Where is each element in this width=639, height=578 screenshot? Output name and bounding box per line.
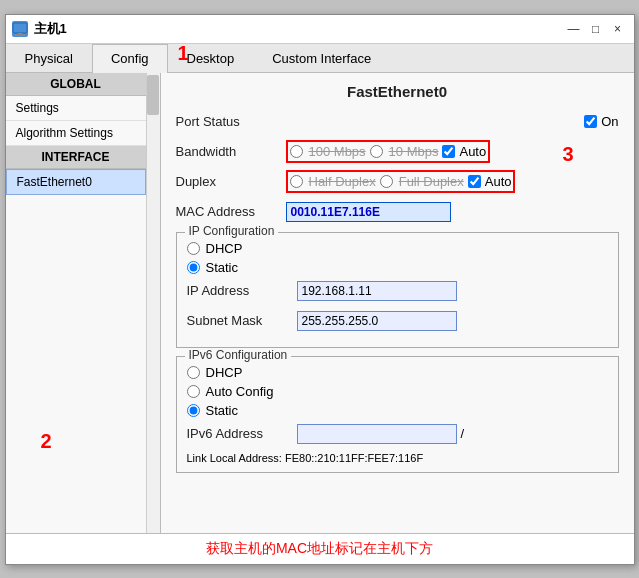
ip-dhcp-radio[interactable]	[187, 242, 200, 255]
annotation-3: 3	[562, 143, 573, 166]
bottom-bar: 获取主机的MAC地址标记在主机下方	[6, 533, 634, 564]
sidebar-item-algorithm[interactable]: Algorithm Settings	[6, 121, 146, 146]
ip-dhcp-option: DHCP	[187, 241, 608, 256]
global-section-header: GLOBAL	[6, 73, 146, 96]
port-status-checkbox[interactable]	[584, 115, 597, 128]
svg-rect-0	[13, 23, 27, 33]
mac-input[interactable]	[286, 202, 451, 222]
sidebar: GLOBAL Settings Algorithm Settings INTER…	[6, 73, 161, 533]
port-status-on-label: On	[601, 114, 618, 129]
ipv6-static-radio[interactable]	[187, 404, 200, 417]
scrollbar-thumb	[147, 75, 159, 115]
subnet-row: Subnet Mask	[187, 309, 608, 333]
ipv6-addr-input[interactable]	[297, 424, 457, 444]
ipv6-dhcp-option: DHCP	[187, 365, 608, 380]
annotation-1: 1	[178, 42, 189, 65]
port-status-checkbox-row: On	[584, 114, 618, 129]
ip-static-option: Static	[187, 260, 608, 275]
svg-rect-1	[15, 34, 25, 36]
minimize-button[interactable]: —	[564, 19, 584, 39]
ip-config-group: IP Configuration DHCP Static IP Address	[176, 232, 619, 348]
ipv6-addr-value: /	[297, 424, 608, 444]
bottom-text: 获取主机的MAC地址标记在主机下方	[206, 540, 433, 556]
interface-section-header: INTERFACE	[6, 146, 146, 169]
bandwidth-options-box: 100 Mbps 10 Mbps Auto	[286, 140, 491, 163]
subnet-input[interactable]	[297, 311, 457, 331]
bandwidth-100-radio[interactable]	[290, 145, 303, 158]
ipv6-addr-label: IPv6 Address	[187, 426, 297, 441]
ip-address-label: IP Address	[187, 283, 297, 298]
ip-static-radio[interactable]	[187, 261, 200, 274]
restore-button[interactable]: □	[586, 19, 606, 39]
sidebar-item-fastethernet0[interactable]: FastEthernet0	[6, 169, 146, 195]
svg-rect-2	[18, 33, 22, 34]
annotation-2: 2	[41, 430, 52, 453]
sidebar-item-settings[interactable]: Settings	[6, 96, 146, 121]
titlebar-left: 主机1	[12, 20, 67, 38]
tab-physical[interactable]: Physical	[6, 44, 92, 72]
duplex-auto-checkbox[interactable]	[468, 175, 481, 188]
ipv6-auto-label: Auto Config	[206, 384, 274, 399]
mac-row: MAC Address	[176, 200, 619, 224]
close-button[interactable]: ×	[608, 19, 628, 39]
ip-address-row: IP Address	[187, 279, 608, 303]
ip-address-value	[297, 281, 608, 301]
duplex-full-radio[interactable]	[380, 175, 393, 188]
bandwidth-auto-checkbox[interactable]	[442, 145, 455, 158]
ipv6-config-title: IPv6 Configuration	[185, 348, 292, 362]
panel-title: FastEthernet0	[176, 83, 619, 100]
titlebar: 主机1 — □ ×	[6, 15, 634, 44]
ipv6-static-label: Static	[206, 403, 239, 418]
ip-address-input[interactable]	[297, 281, 457, 301]
bandwidth-label: Bandwidth	[176, 144, 286, 159]
titlebar-controls: — □ ×	[564, 19, 628, 39]
tab-bar: Physical Config Desktop Custom Interface…	[6, 44, 634, 73]
window-title: 主机1	[34, 20, 67, 38]
content-area: GLOBAL Settings Algorithm Settings INTER…	[6, 73, 634, 533]
main-panel: 3 FastEthernet0 Port Status On Bandwidth	[161, 73, 634, 533]
duplex-half-radio[interactable]	[290, 175, 303, 188]
ip-dhcp-label: DHCP	[206, 241, 243, 256]
bandwidth-auto-label: Auto	[459, 144, 486, 159]
ip-config-title: IP Configuration	[185, 224, 279, 238]
duplex-row: Duplex Half Duplex Full Duplex Auto	[176, 170, 619, 194]
duplex-value: Half Duplex Full Duplex Auto	[286, 170, 619, 193]
subnet-label: Subnet Mask	[187, 313, 297, 328]
duplex-options-box: Half Duplex Full Duplex Auto	[286, 170, 516, 193]
ipv6-config-group: IPv6 Configuration DHCP Auto Config Stat…	[176, 356, 619, 473]
link-local-row: Link Local Address: FE80::210:11FF:FEE7:…	[187, 452, 608, 464]
tab-custom[interactable]: Custom Interface	[253, 44, 390, 72]
ipv6-dhcp-radio[interactable]	[187, 366, 200, 379]
port-status-label: Port Status	[176, 114, 286, 129]
duplex-auto-label: Auto	[485, 174, 512, 189]
tab-config[interactable]: Config	[92, 44, 168, 73]
bandwidth-10-radio[interactable]	[370, 145, 383, 158]
mac-label: MAC Address	[176, 204, 286, 219]
port-status-row: Port Status On	[176, 110, 619, 134]
ip-static-label: Static	[206, 260, 239, 275]
link-local-value: FE80::210:11FF:FEE7:116F	[285, 452, 423, 464]
mac-value	[286, 202, 619, 222]
duplex-label: Duplex	[176, 174, 286, 189]
ipv6-auto-option: Auto Config	[187, 384, 608, 399]
link-local-label: Link Local Address:	[187, 452, 282, 464]
port-status-value: On	[286, 114, 619, 129]
duplex-full-label: Full Duplex	[399, 174, 464, 189]
bandwidth-10-label: 10 Mbps	[389, 144, 439, 159]
main-window: 主机1 — □ × Physical Config Desktop Custom…	[5, 14, 635, 565]
ipv6-static-option: Static	[187, 403, 608, 418]
sidebar-scrollbar[interactable]	[146, 73, 160, 533]
ipv6-dhcp-label: DHCP	[206, 365, 243, 380]
subnet-value	[297, 311, 608, 331]
app-icon	[12, 21, 28, 37]
bandwidth-row: Bandwidth 100 Mbps 10 Mbps Auto	[176, 140, 619, 164]
ipv6-auto-radio[interactable]	[187, 385, 200, 398]
bandwidth-100-label: 100 Mbps	[309, 144, 366, 159]
duplex-half-label: Half Duplex	[309, 174, 376, 189]
ipv6-addr-row: IPv6 Address /	[187, 422, 608, 446]
